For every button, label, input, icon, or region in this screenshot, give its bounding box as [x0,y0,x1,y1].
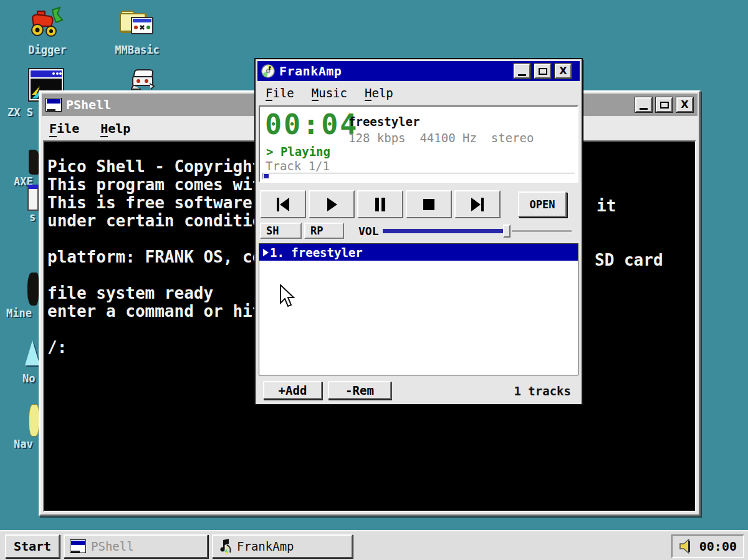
track-title: freestyler [348,115,420,128]
desktop-icon-label-s[interactable]: s [29,211,36,223]
frankamp-titlebar[interactable]: FrankAmp X [257,61,580,81]
terminal-line-fragment: SD card [595,251,663,269]
frankamp-window[interactable]: FrankAmp X File Music Help 00:04 freesty… [254,58,583,405]
previous-button[interactable] [260,190,306,218]
pshell-title: PShell [66,97,111,112]
volume-slider[interactable] [383,223,570,239]
playlist-item-selected[interactable]: 1. freestyler [259,244,578,261]
pshell-window-icon [70,539,86,553]
printer-icon[interactable] [131,69,155,90]
track-count: 1 tracks [514,384,571,398]
mine-icon[interactable] [27,273,39,306]
taskbar-task-pshell[interactable]: PShell [64,534,208,558]
frankamp-menu-music[interactable]: Music [312,86,347,100]
desktop-icon-label: Digger [22,44,72,56]
nav-icon[interactable] [29,404,39,437]
seek-bar-progress [264,174,269,178]
axe-icon[interactable] [29,150,39,175]
frankamp-minimize-button[interactable] [514,64,530,79]
playlist[interactable]: 1. freestyler [259,243,578,375]
volume-fill [383,229,505,233]
pshell-minimize-button[interactable] [635,97,652,112]
maximize-icon [660,102,669,109]
start-button[interactable]: Start [5,534,60,558]
frankamp-close-button[interactable]: X [555,64,572,79]
volume-track [512,230,572,232]
pshell-maximize-button[interactable] [656,97,673,112]
track-position: Track 1/1 [266,159,330,173]
frankamp-menu-file[interactable]: File [266,86,294,100]
frankamp-maximize-button[interactable] [534,64,551,79]
desktop-icon-label-zx[interactable]: ZX S [7,106,33,118]
remove-track-button[interactable]: -Rem [328,381,391,399]
pshell-close-button[interactable]: X [676,97,693,112]
repeat-toggle[interactable]: RP [304,223,344,239]
frankamp-title: FrankAmp [279,64,342,79]
previous-icon [275,196,291,213]
desktop-icon-mmbasic[interactable]: MMBasic [110,5,165,56]
add-track-button[interactable]: +Add [263,381,322,399]
volume-label: VOL [358,224,379,238]
taskbar-clock[interactable]: 00:00 [699,539,737,554]
system-tray: 00:00 [671,534,744,558]
pshell-menu-help[interactable]: Help [100,121,130,136]
folder-app-icon [118,5,156,39]
window-doc-icon[interactable] [27,185,39,211]
music-note-cd-icon [218,538,234,555]
terminal-line-fragment: it [597,196,616,215]
volume-thumb[interactable] [503,224,511,238]
pshell-window-icon [46,98,62,112]
playlist-item-text: 1. freestyler [270,246,363,259]
desktop-icon-label-nav[interactable]: Nav [14,438,33,450]
stop-button[interactable] [406,190,452,218]
minimize-icon [518,74,526,76]
seek-bar[interactable] [262,173,575,180]
transport-controls [260,190,501,218]
pause-button[interactable] [357,190,403,218]
shuffle-toggle[interactable]: SH [260,223,302,239]
playlist-footer: +Add -Rem 1 tracks [257,378,580,402]
maximize-icon [539,68,547,75]
frankamp-menu-help[interactable]: Help [365,86,393,100]
desktop-icon-label-no[interactable]: No [22,372,35,385]
stop-icon [421,196,437,213]
stream-info: 128 kbps 44100 Hz stereo [348,131,534,145]
play-button[interactable] [309,190,355,218]
playback-time: 00:04 [265,108,358,141]
open-button[interactable]: OPEN [518,191,567,217]
desktop-icon-label: MMBasic [110,44,165,56]
pshell-menu-file[interactable]: File [49,121,79,136]
close-icon: X [559,66,567,76]
desktop-icon-digger[interactable]: Digger [22,6,72,56]
playback-status: > Playing [266,145,330,158]
cd-disc-icon [261,64,276,79]
sail-icon[interactable] [25,340,40,365]
frankamp-display: 00:04 freestyler 128 kbps 44100 Hz stere… [259,105,578,183]
speaker-icon[interactable] [679,539,694,554]
next-button[interactable] [454,190,501,218]
next-icon [469,196,486,213]
now-playing-icon [263,249,269,256]
mouse-cursor [279,284,295,308]
taskbar-task-frankamp[interactable]: FrankAmp [212,534,353,558]
play-icon [324,196,340,213]
frankamp-menubar: File Music Help [257,82,580,103]
digger-icon [29,6,66,39]
close-icon: X [681,100,688,110]
desktop-icon-label-mine[interactable]: Mine [6,307,32,319]
minimize-icon [640,108,648,110]
taskbar: Start PShell FrankAmp 00:00 [0,530,748,560]
pause-icon [372,196,388,213]
